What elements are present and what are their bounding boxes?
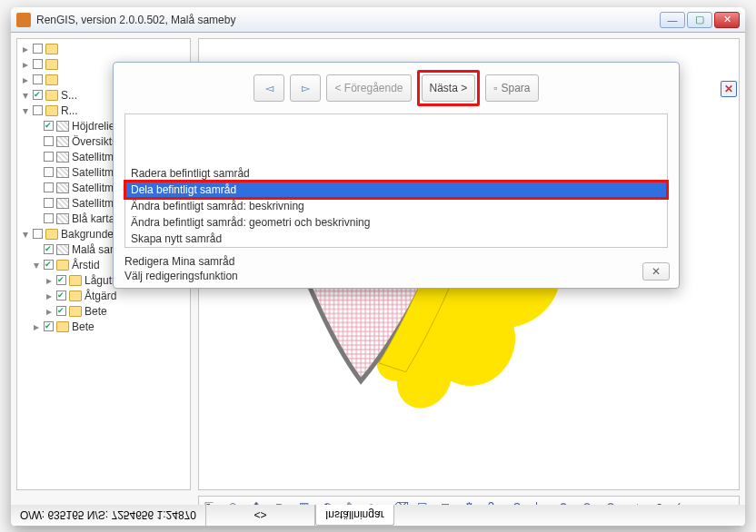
dialog-option[interactable]: Dela befintligt samråd xyxy=(125,182,667,198)
dialog-title: Redigera Mina samråd xyxy=(124,255,238,268)
save-icon: ▫ xyxy=(493,82,497,94)
expand-icon[interactable]: ▾ xyxy=(21,104,30,117)
expand-icon[interactable]: ▸ xyxy=(21,74,30,86)
layer-checkbox[interactable] xyxy=(44,182,54,192)
expand-icon[interactable]: ▸ xyxy=(32,320,41,333)
dialog-save-label: Spara xyxy=(502,82,531,94)
tree-item-label: Bete xyxy=(72,320,94,333)
folder-icon xyxy=(56,260,69,271)
window-title: RenGIS, version 2.0.0.502, Malå sameby xyxy=(36,14,660,26)
dialog-prev-button[interactable]: < Föregående xyxy=(326,74,411,102)
layer-checkbox[interactable] xyxy=(44,167,54,177)
app-window: RenGIS, version 2.0.0.502, Malå sameby —… xyxy=(11,7,745,527)
folder-icon xyxy=(45,229,58,240)
dialog-last-button[interactable]: ▻ xyxy=(290,74,321,102)
layer-icon xyxy=(56,121,69,132)
dialog-close-button[interactable]: ✕ xyxy=(642,262,670,281)
expand-icon[interactable]: ▸ xyxy=(45,274,54,287)
expand-icon[interactable]: ▸ xyxy=(21,58,30,71)
layer-checkbox[interactable] xyxy=(33,44,43,54)
layer-checkbox[interactable] xyxy=(33,229,43,239)
minimize-button[interactable]: — xyxy=(660,12,685,28)
expand-icon[interactable]: ▸ xyxy=(21,43,30,55)
layer-checkbox[interactable] xyxy=(33,90,43,100)
status-mid: <> xyxy=(206,505,315,526)
tree-item[interactable]: ▸ xyxy=(21,41,188,56)
coords-readout: O/W: 635165 N/S: 7254656 1:24870 xyxy=(11,505,206,526)
dialog-options-list[interactable]: Skapa nytt samrådÄndra befintligt samråd… xyxy=(124,113,668,248)
layer-icon xyxy=(56,213,69,224)
layer-checkbox[interactable] xyxy=(33,59,43,69)
map-panel-close-icon[interactable]: ✕ xyxy=(721,81,737,97)
folder-icon xyxy=(45,90,58,101)
layer-checkbox[interactable] xyxy=(33,105,43,115)
maximize-button[interactable]: ▢ xyxy=(687,12,712,28)
tree-item-label: Åtgärd xyxy=(85,290,116,302)
layer-checkbox[interactable] xyxy=(56,306,66,316)
layer-checkbox[interactable] xyxy=(33,74,43,84)
dialog-labels: Välj redigeringsfunktion Redigera Mina s… xyxy=(124,255,238,282)
layer-icon xyxy=(56,198,69,209)
folder-icon xyxy=(45,105,58,116)
dialog-option[interactable]: Skapa nytt samråd xyxy=(125,231,667,247)
layer-checkbox[interactable] xyxy=(44,260,54,270)
layer-checkbox[interactable] xyxy=(56,291,66,300)
folder-icon xyxy=(69,291,82,301)
dialog-option[interactable]: Radera befintligt samråd xyxy=(125,165,667,182)
highlight-next: Nästa > xyxy=(417,70,481,106)
layer-checkbox[interactable] xyxy=(44,244,54,254)
layer-checkbox[interactable] xyxy=(44,121,54,131)
layer-icon xyxy=(56,244,69,255)
expand-icon[interactable]: ▸ xyxy=(45,290,54,302)
layer-icon xyxy=(56,167,69,178)
layer-icon xyxy=(56,152,69,163)
expand-icon[interactable]: ▾ xyxy=(21,228,30,241)
folder-icon xyxy=(56,321,69,332)
edit-dialog: ◅ ▻ < Föregående Nästa > ▫ Spara Skapa n… xyxy=(113,62,680,289)
dialog-option[interactable]: Ändra befintligt samråd: beskrivning xyxy=(125,198,667,214)
layer-checkbox[interactable] xyxy=(44,321,54,331)
dialog-button-bar: ◅ ▻ < Föregående Nästa > ▫ Spara xyxy=(114,68,679,108)
expand-icon[interactable]: ▾ xyxy=(21,89,30,102)
close-button[interactable]: ✕ xyxy=(714,12,740,28)
tree-item[interactable]: ▸Bete xyxy=(21,303,188,319)
tree-item-label: S... xyxy=(61,89,77,102)
dialog-first-button[interactable]: ◅ xyxy=(254,74,284,102)
window-buttons: — ▢ ✕ xyxy=(660,12,740,28)
folder-icon xyxy=(69,306,82,317)
tree-item-label: Bakgrunder xyxy=(61,228,117,241)
layer-checkbox[interactable] xyxy=(44,152,54,162)
folder-icon xyxy=(69,275,82,286)
layer-icon xyxy=(56,182,69,193)
tree-item[interactable]: ▸Åtgärd xyxy=(21,288,188,303)
tree-item-label: Höjdrelief xyxy=(72,120,118,133)
dialog-subtitle: Välj redigeringsfunktion xyxy=(124,270,238,282)
dialog-save-button[interactable]: ▫ Spara xyxy=(485,74,538,102)
status-bar: O/W: 635165 N/S: 7254656 1:24870 <> Inst… xyxy=(11,505,745,527)
tree-item[interactable]: ▸Bete xyxy=(21,319,188,334)
titlebar: RenGIS, version 2.0.0.502, Malå sameby —… xyxy=(11,7,745,33)
layer-checkbox[interactable] xyxy=(44,213,54,223)
tree-item-label: Bete xyxy=(85,305,107,318)
dialog-next-button[interactable]: Nästa > xyxy=(422,74,476,102)
app-icon xyxy=(16,13,31,27)
layer-checkbox[interactable] xyxy=(44,136,54,146)
folder-icon xyxy=(45,59,58,70)
layer-checkbox[interactable] xyxy=(56,275,66,285)
expand-icon[interactable]: ▸ xyxy=(45,305,54,318)
folder-icon xyxy=(45,44,58,54)
dialog-option[interactable]: Ändra befintligt samråd: geometri och be… xyxy=(125,214,667,231)
expand-icon[interactable]: ▾ xyxy=(32,259,41,271)
tree-item-label: Årstid xyxy=(72,259,100,271)
folder-icon xyxy=(45,74,58,85)
settings-tab[interactable]: Inställningar xyxy=(315,505,394,526)
layer-icon xyxy=(56,136,69,147)
tree-item-label: R... xyxy=(61,104,78,117)
layer-checkbox[interactable] xyxy=(44,198,54,208)
